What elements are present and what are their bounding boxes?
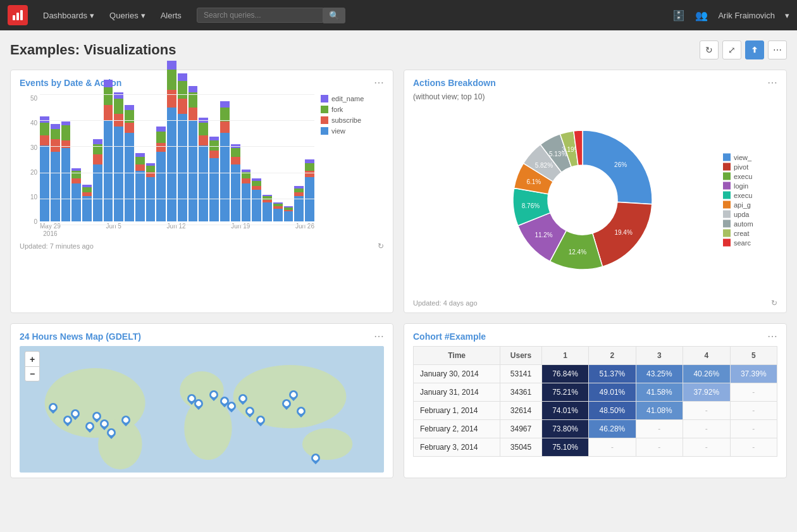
cohort-cell-3-2: 73.80%: [541, 420, 588, 438]
bar-seg-subscribe: [199, 135, 208, 145]
zoom-in-button[interactable]: +: [25, 351, 40, 366]
bar-seg-view: [93, 164, 102, 221]
bar-group[interactable]: [82, 185, 92, 221]
user-chevron: ▾: [785, 11, 789, 20]
database-icon[interactable]: 🗄️: [672, 9, 685, 22]
news-map-widget: 24 Hours News Map (GDELT) ⋯: [10, 323, 393, 478]
page-header: Examples: Visualizations ↻ ⤢ ⋯: [10, 40, 787, 59]
x-label-may29: May 292016: [40, 223, 61, 238]
bar-seg-subscribe: [93, 154, 102, 164]
bar-seg-subscribe: [104, 105, 113, 120]
more-button[interactable]: ⋯: [768, 40, 787, 59]
events-widget-menu[interactable]: ⋯: [374, 77, 384, 89]
bar-group[interactable]: [61, 121, 71, 221]
legend-label-searc: searc: [734, 239, 751, 247]
events-refresh[interactable]: ↻: [378, 242, 384, 251]
donut-label-view_: 26%: [614, 161, 627, 168]
bar-group[interactable]: [294, 186, 304, 221]
cohort-header: Cohort #Example ⋯: [404, 324, 786, 346]
bar-seg-view: [305, 177, 314, 221]
bar-group[interactable]: [242, 170, 251, 221]
bar-group[interactable]: [146, 163, 156, 221]
share-button[interactable]: [745, 40, 764, 59]
bar-group[interactable]: [40, 116, 49, 221]
cohort-cell-2-1: 32614: [500, 402, 542, 420]
bar-seg-fork: [61, 125, 71, 140]
events-by-date-widget: Events by Date & Action ⋯ 0 10 20 30 40 …: [10, 70, 393, 313]
table-row: January 30, 20145314176.84%51.37%43.25%4…: [414, 365, 777, 383]
cohort-cell-4-3: -: [589, 438, 636, 457]
zoom-out-button[interactable]: −: [25, 366, 40, 381]
bar-seg-view: [146, 177, 156, 221]
cohort-cell-1-3: 49.01%: [589, 383, 636, 402]
bar-group[interactable]: [263, 195, 272, 221]
bar-seg-subscribe: [220, 121, 230, 133]
bar-group[interactable]: [305, 159, 314, 221]
bar-group[interactable]: [167, 61, 176, 221]
dashboards-nav[interactable]: Dashboards ▾: [38, 8, 99, 23]
legend-swatch-execu: [723, 173, 731, 180]
bar-group[interactable]: [188, 86, 198, 221]
search-input[interactable]: [197, 8, 323, 23]
bar-group[interactable]: [93, 139, 102, 221]
bar-seg-fork: [199, 123, 208, 135]
bar-group[interactable]: [125, 105, 134, 221]
bar-group[interactable]: [156, 127, 166, 221]
refresh-button[interactable]: ↻: [700, 40, 719, 59]
legend-label-view: view: [331, 127, 345, 135]
bar-seg-fork: [114, 99, 123, 114]
search-button[interactable]: 🔍: [323, 8, 345, 23]
legend-pivot: pivot: [723, 163, 780, 171]
bar-group[interactable]: [209, 137, 219, 221]
bar-group[interactable]: [252, 178, 261, 221]
bar-group[interactable]: [71, 168, 81, 221]
bar-seg-subscribe: [167, 90, 176, 108]
cohort-widget: Cohort #Example ⋯ Time Users 1 2 3 4 5: [404, 323, 787, 478]
bar-group[interactable]: [231, 144, 240, 221]
fullscreen-button[interactable]: ⤢: [722, 40, 741, 59]
x-label-jun5: Jun 5: [106, 223, 121, 238]
legend-searc: searc: [723, 239, 780, 247]
actions-refresh[interactable]: ↻: [771, 299, 777, 307]
user-menu[interactable]: Arik Fraimovich: [718, 11, 775, 20]
col-time: Time: [414, 347, 500, 365]
bar-group[interactable]: [114, 92, 123, 221]
dashboards-chevron: ▾: [90, 11, 94, 20]
bar-group[interactable]: [51, 124, 60, 221]
bar-group[interactable]: [220, 101, 230, 221]
cohort-cell-3-5: -: [683, 420, 730, 438]
bar-group[interactable]: [199, 118, 208, 221]
alerts-nav[interactable]: Alerts: [156, 8, 187, 23]
bar-group[interactable]: [135, 153, 145, 221]
app-logo[interactable]: [8, 5, 28, 25]
legend-creat: creat: [723, 230, 780, 237]
bar-seg-fork: [209, 140, 219, 151]
cohort-menu[interactable]: ⋯: [767, 330, 777, 342]
cohort-cell-2-2: 74.01%: [541, 402, 588, 420]
cohort-cell-3-0: February 2, 2014: [414, 420, 500, 438]
cohort-cell-2-0: February 1, 2014: [414, 402, 500, 420]
legend-label-creat: creat: [734, 230, 749, 237]
users-icon[interactable]: 👥: [695, 9, 708, 22]
news-map-menu[interactable]: ⋯: [374, 330, 384, 342]
legend-execu2: execu: [723, 192, 780, 199]
alerts-label: Alerts: [161, 11, 182, 20]
cohort-title: Cohort #Example: [413, 331, 486, 342]
legend-label-edit-name: edit_name: [331, 95, 364, 102]
queries-chevron: ▾: [141, 11, 145, 20]
bar-seg-fork: [82, 187, 92, 192]
news-map-header: 24 Hours News Map (GDELT) ⋯: [11, 324, 393, 346]
bar-seg-edit-name: [51, 124, 60, 129]
bar-group[interactable]: [273, 202, 283, 221]
actions-widget-menu[interactable]: ⋯: [767, 77, 777, 89]
bar-seg-edit-name: [188, 86, 198, 92]
bar-seg-view: [209, 158, 219, 221]
bar-group[interactable]: [178, 73, 187, 221]
queries-nav[interactable]: Queries ▾: [104, 8, 151, 23]
cohort-cell-1-4: 41.58%: [636, 383, 683, 402]
bar-group[interactable]: [284, 206, 293, 221]
bar-group[interactable]: [104, 80, 113, 221]
legend-label-autom: autom: [734, 220, 753, 228]
legend-execu: execu: [723, 173, 780, 180]
bar-seg-subscribe: [135, 164, 145, 171]
